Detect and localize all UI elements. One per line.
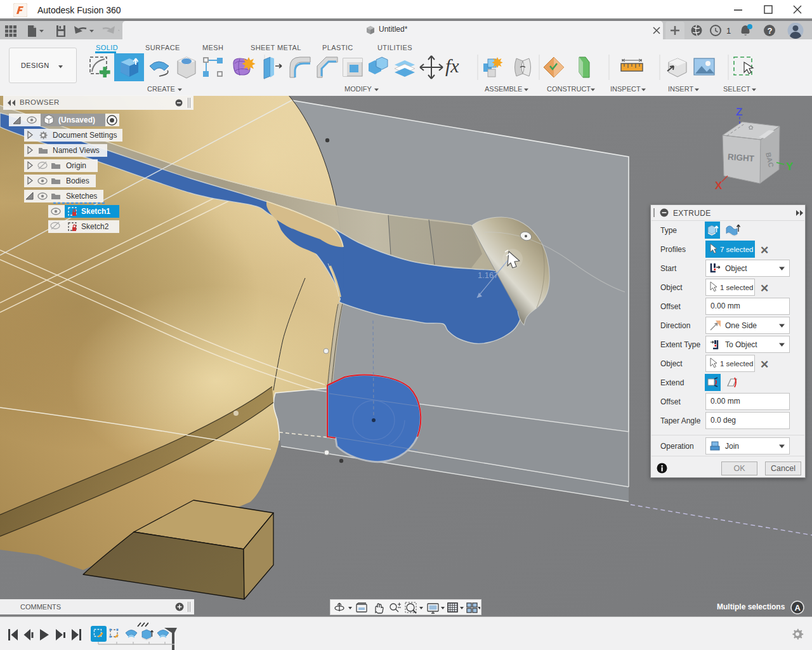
svg-text:Z: Z [736,106,742,118]
svg-text:RIGHT: RIGHT [727,152,755,164]
svg-text:fx: fx [445,55,459,76]
svg-text:1: 1 [726,26,731,36]
svg-text:Y: Y [786,161,794,173]
svg-text:X: X [715,180,723,192]
svg-text:1.167: 1.167 [478,270,499,280]
svg-text:?: ? [768,26,773,36]
svg-text:A: A [795,603,801,613]
